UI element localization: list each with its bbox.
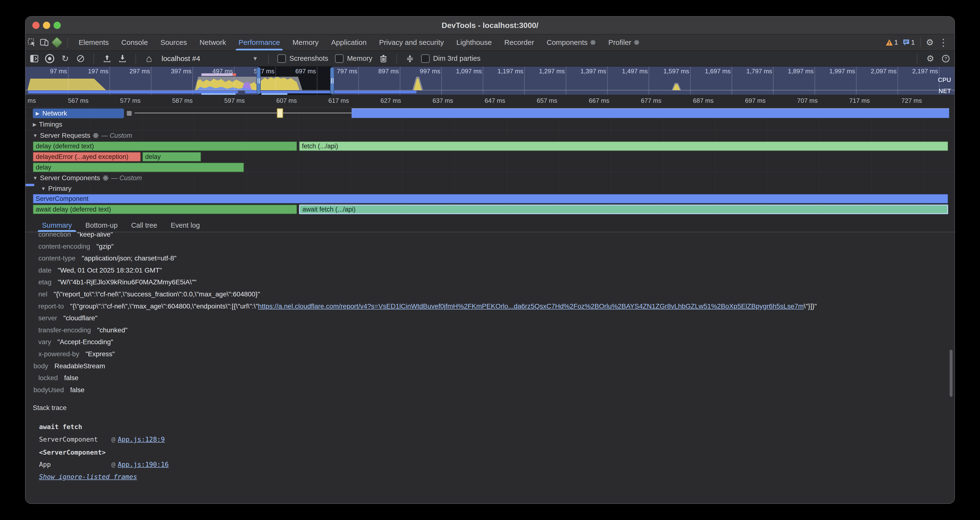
detail-row: date"Wed, 01 Oct 2025 18:32:01 GMT" xyxy=(38,264,940,277)
overview-tick-label: 1,897 ms xyxy=(778,68,814,75)
overview-gridline xyxy=(566,67,566,95)
detail-key: vary xyxy=(38,338,51,346)
flame-bar[interactable]: fetch (.../api) xyxy=(299,142,948,151)
flame-bar-label: delayedError (...ayed exception) xyxy=(36,153,128,161)
overview-tick-label: 1,597 ms xyxy=(654,68,689,75)
stack-frame-link[interactable]: App.js:128:9 xyxy=(118,436,165,443)
overview-gridline xyxy=(441,67,442,95)
capture-settings-gear-icon[interactable]: ⚙ xyxy=(924,52,937,65)
overview-network-bar xyxy=(28,91,238,93)
memory-checkbox[interactable]: Memory xyxy=(332,54,375,63)
track-network-label[interactable]: ▶ Network xyxy=(33,108,124,118)
track-server-components-label[interactable]: ▼ Server Components — Custom xyxy=(33,174,142,182)
tab-label: Privacy and security xyxy=(379,38,444,46)
dim-3rd-parties-checkbox[interactable]: Dim 3rd parties xyxy=(418,54,483,63)
record-icon[interactable] xyxy=(43,52,56,65)
divider xyxy=(135,54,136,64)
detail-value-link[interactable]: https://a.nel.cloudflare.com/report/v4?s… xyxy=(258,302,804,310)
gc-trash-icon[interactable] xyxy=(377,52,390,65)
show-ignore-listed-link[interactable]: Show ignore-listed frames xyxy=(39,473,137,480)
desktop-background: DevTools - localhost:3000/ ElementsConso… xyxy=(0,0,980,520)
tab-profiler[interactable]: Profiler xyxy=(602,35,646,51)
help-icon[interactable]: ? xyxy=(939,52,953,65)
stack-link[interactable]: Show ignore-listed frames xyxy=(39,471,940,482)
overview-tick-label: 2,097 ms xyxy=(861,68,897,75)
tab-recorder[interactable]: Recorder xyxy=(498,35,540,51)
react-atom-icon xyxy=(92,132,99,139)
screenshots-checkbox[interactable]: Screenshots xyxy=(275,54,331,63)
tab-elements[interactable]: Elements xyxy=(72,35,115,51)
clear-icon[interactable] xyxy=(74,52,87,65)
ruler-tick-label: 687 ms xyxy=(684,97,714,105)
history-select[interactable]: localhost #4 ▼ xyxy=(158,54,262,63)
detail-row: content-encoding"gzip" xyxy=(38,240,940,253)
tab-components[interactable]: Components xyxy=(540,35,602,51)
overview-tick-label: 897 ms xyxy=(364,68,399,75)
tab-privacy-and-security[interactable]: Privacy and security xyxy=(373,35,450,51)
tab-memory[interactable]: Memory xyxy=(286,35,325,51)
stack-frame[interactable]: App@App.js:190:16 xyxy=(39,458,940,470)
track-primary-group-label[interactable]: ▼ Primary xyxy=(41,185,72,192)
selection-handle-right[interactable] xyxy=(330,67,334,94)
detail-row: lockedfalse xyxy=(38,372,940,384)
extension-gem-icon[interactable] xyxy=(51,36,63,49)
load-profile-icon[interactable] xyxy=(100,52,114,65)
flame-bar[interactable]: delayedError (...ayed exception) xyxy=(33,152,141,162)
details-tab-call-tree[interactable]: Call tree xyxy=(124,219,164,232)
cpu-activity-chart xyxy=(25,75,955,90)
selection-handle-left[interactable] xyxy=(256,67,261,94)
disclosure-expanded-icon[interactable]: ▼ xyxy=(33,175,38,181)
tab-lighthouse[interactable]: Lighthouse xyxy=(450,35,498,51)
disclosure-expanded-icon[interactable]: ▼ xyxy=(41,186,46,191)
reload-record-icon[interactable]: ↻ xyxy=(58,52,72,65)
device-toolbar-icon[interactable] xyxy=(38,36,51,49)
kebab-menu-icon[interactable]: ⋮ xyxy=(939,38,948,47)
details-tab-summary[interactable]: Summary xyxy=(35,219,79,232)
disclosure-collapsed-icon[interactable]: ▶ xyxy=(36,110,39,116)
tab-label: Network xyxy=(199,38,226,46)
track-resize-handle[interactable] xyxy=(127,111,132,116)
toggle-panel-icon[interactable] xyxy=(27,52,41,65)
tab-application[interactable]: Application xyxy=(325,35,373,51)
overview-tick-label: 1,297 ms xyxy=(530,68,565,75)
network-request-candle[interactable] xyxy=(277,108,283,118)
tab-network[interactable]: Network xyxy=(193,35,232,51)
disclosure-collapsed-icon[interactable]: ▶ xyxy=(33,122,37,127)
overview-network-bar-light xyxy=(261,93,288,95)
flame-bar[interactable]: await delay (deferred text) xyxy=(33,205,297,214)
network-request-bar[interactable] xyxy=(352,108,949,118)
details-tab-event-log[interactable]: Event log xyxy=(164,219,207,232)
detail-key: report-to xyxy=(38,302,64,310)
flame-bar[interactable]: delay xyxy=(33,162,244,172)
details-tab-bottom-up[interactable]: Bottom-up xyxy=(79,219,124,232)
issues-badge[interactable]: 1 xyxy=(903,38,915,46)
stack-frame-link[interactable]: App.js:190:16 xyxy=(118,461,169,468)
flame-bar[interactable]: ServerComponent xyxy=(33,194,948,204)
scrollbar-thumb[interactable] xyxy=(950,350,953,397)
track-timings-label[interactable]: ▶ Timings xyxy=(33,121,62,128)
disclosure-expanded-icon[interactable]: ▼ xyxy=(33,133,38,138)
save-profile-icon[interactable] xyxy=(116,52,129,65)
overview-gridline xyxy=(524,67,525,95)
flame-bar[interactable]: await fetch (.../api) xyxy=(299,205,948,214)
settings-gear-icon[interactable]: ⚙ xyxy=(926,38,934,47)
stack-frame[interactable]: ServerComponent@App.js:128:9 xyxy=(39,433,940,445)
timeline-overview[interactable]: 97 ms197 ms297 ms397 ms497 ms597 ms697 m… xyxy=(25,67,955,95)
flame-bar[interactable]: delay (deferred text) xyxy=(33,142,297,151)
inspect-element-icon[interactable] xyxy=(25,36,38,49)
flame-bar[interactable]: delay xyxy=(142,152,201,162)
tab-label: Application xyxy=(331,38,366,46)
divider xyxy=(917,54,917,64)
track-server-requests-label[interactable]: ▼ Server Requests — Custom xyxy=(33,132,132,139)
tab-sources[interactable]: Sources xyxy=(154,35,193,51)
warnings-badge[interactable]: 1 xyxy=(886,38,898,46)
svg-text:?: ? xyxy=(944,56,947,61)
overview-tick-label: 1,497 ms xyxy=(612,68,648,75)
ruler-tick-label: 617 ms xyxy=(319,97,349,105)
detail-row: bodyUsedfalse xyxy=(33,384,940,396)
tab-performance[interactable]: Performance xyxy=(232,35,286,51)
checkbox-icon xyxy=(421,54,430,63)
tab-console[interactable]: Console xyxy=(115,35,154,51)
home-icon[interactable]: ⌂ xyxy=(142,52,156,65)
live-metrics-icon[interactable] xyxy=(403,52,417,65)
